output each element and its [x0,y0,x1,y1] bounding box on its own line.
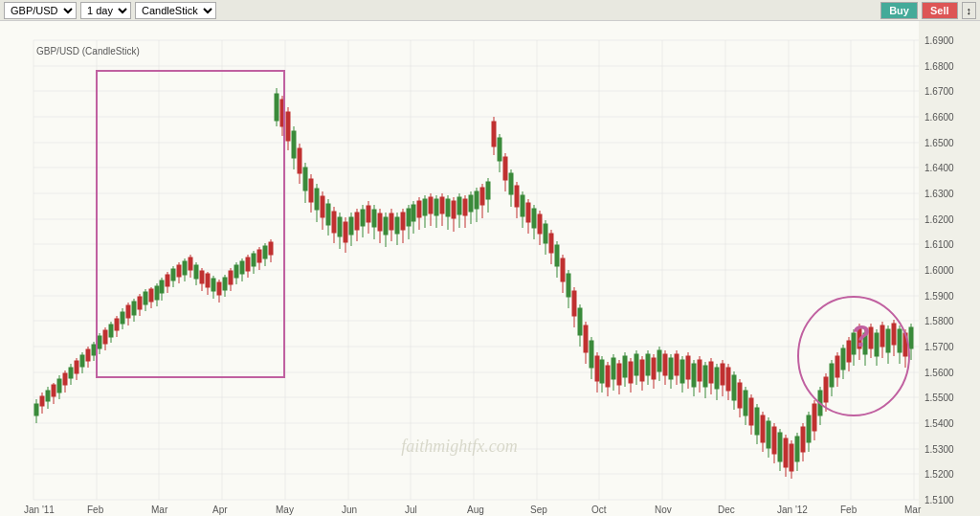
svg-rect-276 [617,364,621,385]
svg-rect-296 [675,354,679,375]
svg-rect-88 [80,355,84,367]
svg-rect-314 [726,368,730,391]
svg-rect-156 [275,94,278,121]
svg-rect-190 [372,210,376,227]
svg-rect-220 [457,197,461,214]
svg-rect-244 [526,203,530,222]
svg-rect-264 [584,325,588,352]
svg-rect-250 [544,224,547,243]
svg-text:Jul: Jul [405,505,417,515]
svg-rect-184 [355,213,359,230]
svg-rect-230 [486,182,490,199]
svg-text:1.5600: 1.5600 [924,368,954,378]
svg-rect-228 [480,188,484,205]
svg-rect-80 [57,379,61,393]
svg-rect-274 [612,358,615,379]
svg-rect-354 [841,348,845,370]
svg-rect-332 [778,433,782,461]
svg-rect-350 [830,364,834,387]
svg-rect-348 [824,377,828,402]
svg-rect-100 [115,319,119,330]
svg-rect-248 [538,214,542,234]
svg-rect-280 [629,362,633,383]
svg-rect-318 [738,383,742,408]
svg-rect-146 [246,258,250,271]
svg-rect-336 [790,444,793,471]
svg-text:Jan '12: Jan '12 [777,505,808,515]
svg-text:Jan '11: Jan '11 [24,505,55,515]
svg-rect-194 [384,217,388,235]
svg-text:Jun: Jun [342,505,357,515]
svg-rect-272 [606,366,610,387]
svg-rect-192 [378,213,382,231]
svg-rect-328 [767,421,770,448]
svg-rect-204 [412,205,415,221]
svg-rect-98 [109,325,113,337]
svg-rect-150 [257,250,261,262]
svg-rect-118 [166,275,169,286]
svg-rect-120 [171,269,175,280]
toolbar: GBP/USD 1 day CandleStick Buy Sell ↕ [0,0,980,21]
timeframe-selector[interactable]: 1 day [80,2,131,19]
svg-text:1.6000: 1.6000 [924,265,954,276]
svg-rect-242 [521,195,524,216]
watermark-text: faithmightfx.com [401,437,517,456]
svg-rect-166 [303,168,307,191]
svg-rect-312 [721,364,724,385]
svg-text:1.5300: 1.5300 [924,444,954,455]
svg-rect-174 [326,204,330,225]
buy-button[interactable]: Buy [880,2,918,19]
svg-text:1.6800: 1.6800 [924,61,954,72]
svg-rect-152 [263,246,267,258]
svg-rect-322 [749,398,753,425]
svg-rect-96 [103,330,107,344]
svg-rect-112 [149,289,153,302]
svg-rect-286 [646,354,650,375]
svg-rect-258 [567,274,570,297]
svg-rect-128 [194,265,198,279]
svg-rect-356 [847,341,851,362]
chart-area: .grid-line { stroke: #ddd; stroke-width:… [0,21,980,516]
sell-button[interactable]: Sell [922,2,958,19]
svg-rect-302 [692,364,696,387]
svg-rect-278 [623,356,627,377]
svg-rect-178 [338,217,342,236]
pair-selector[interactable]: GBP/USD [4,2,77,19]
svg-rect-266 [590,341,593,368]
svg-rect-90 [86,349,90,361]
svg-rect-222 [463,199,467,215]
svg-rect-180 [344,222,347,242]
svg-rect-340 [801,427,805,452]
svg-text:1.6500: 1.6500 [924,138,954,148]
chart-type-selector[interactable]: CandleStick [135,2,216,19]
svg-rect-168 [309,179,313,202]
svg-rect-270 [600,360,604,383]
svg-text:Dec: Dec [718,505,735,515]
svg-rect-368 [880,325,884,347]
svg-rect-202 [407,209,411,226]
svg-rect-298 [680,360,684,383]
svg-rect-294 [669,358,673,379]
svg-text:Mar: Mar [904,505,922,515]
svg-rect-238 [509,173,513,194]
svg-rect-370 [886,329,890,352]
svg-text:1.6400: 1.6400 [924,163,954,173]
svg-text:Feb: Feb [87,505,104,515]
svg-rect-198 [395,217,399,234]
svg-rect-236 [503,157,507,180]
tools-button[interactable]: ↕ [962,2,977,19]
svg-rect-252 [549,234,553,253]
svg-rect-260 [572,291,576,316]
svg-rect-124 [183,261,187,275]
svg-rect-72 [34,404,38,415]
svg-rect-282 [635,354,638,375]
svg-rect-210 [429,197,433,213]
svg-rect-208 [423,199,427,215]
svg-text:1.6100: 1.6100 [924,239,954,250]
svg-rect-170 [315,189,319,210]
svg-rect-326 [761,415,765,442]
svg-rect-182 [349,217,353,235]
question-mark: ? [852,319,871,353]
svg-rect-268 [595,356,599,381]
svg-rect-308 [709,362,713,383]
